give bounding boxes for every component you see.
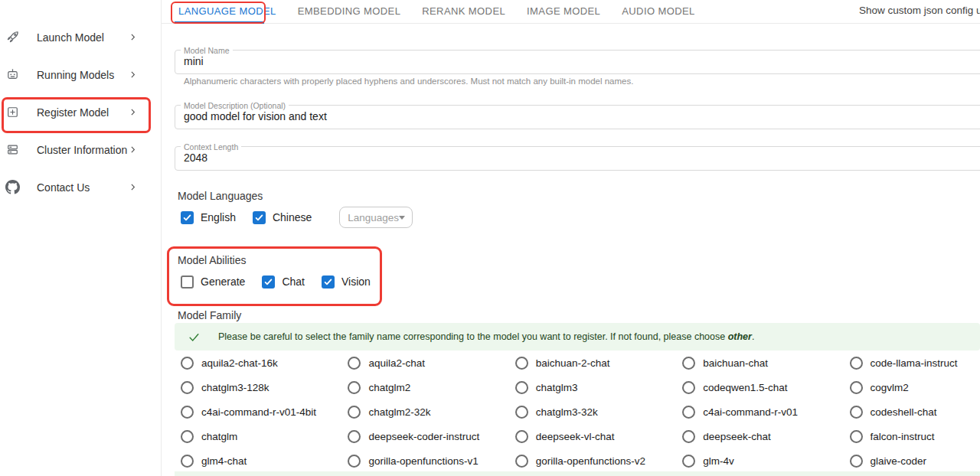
model-name-helper-text: Alphanumeric characters with properly pl… — [184, 77, 633, 86]
radio-aquila2-chat-16k[interactable]: aquila2-chat-16k — [175, 350, 341, 375]
model-abilities-section-label: Model Abilities — [178, 254, 247, 266]
radio-icon — [348, 381, 361, 394]
radio-gorilla-openfunctions-v1[interactable]: gorilla-openfunctions-v1 — [341, 448, 508, 473]
checkbox-checked-icon — [253, 211, 266, 224]
model-family-alert: Please be careful to select the family n… — [175, 323, 980, 350]
tab-rerank-model[interactable]: RERANK MODEL — [411, 0, 516, 23]
radio-icon — [181, 357, 194, 370]
radio-icon — [682, 357, 695, 370]
radio-glaive-coder[interactable]: glaive-coder — [844, 448, 980, 473]
model-description-input[interactable]: Model Description (Optional) good model … — [175, 105, 980, 129]
model-name-value: mini — [184, 51, 204, 72]
robot-icon — [5, 67, 20, 82]
checkbox-checked-icon — [181, 211, 194, 224]
radio-chatglm3[interactable]: chatglm3 — [509, 375, 676, 399]
checkbox-checked-icon — [322, 275, 335, 289]
sidebar-item-label: Register Model — [37, 106, 128, 119]
radio-codeshell-chat[interactable]: codeshell-chat — [844, 399, 980, 424]
radio-glm4-chat[interactable]: glm4-chat — [175, 448, 341, 473]
cluster-icon — [5, 142, 20, 157]
radio-glm-4v[interactable]: glm-4v — [676, 448, 843, 473]
radio-chatglm2-32k[interactable]: chatglm2-32k — [341, 399, 508, 424]
languages-select[interactable]: Languages — [339, 207, 413, 228]
model-name-input[interactable]: Model Name mini — [175, 50, 980, 74]
sidebar-item-label: Running Models — [37, 69, 128, 81]
check-icon — [188, 331, 201, 344]
active-tab-indicator — [175, 21, 264, 24]
model-languages-row: English Chinese Languages — [181, 207, 413, 228]
radio-icon — [515, 381, 528, 394]
sidebar-nav: Launch Model Running Models — [0, 18, 161, 206]
clipped-green-strip — [175, 471, 980, 476]
radio-icon — [181, 381, 194, 394]
radio-chatglm3-128k[interactable]: chatglm3-128k — [175, 375, 341, 399]
radio-chatglm2[interactable]: chatglm2 — [341, 375, 508, 399]
checkbox-unchecked-icon — [181, 275, 194, 289]
rocket-icon — [5, 30, 20, 44]
checkbox-chat[interactable]: Chat — [262, 275, 305, 289]
chevron-right-icon — [128, 182, 138, 192]
radio-icon — [181, 455, 194, 468]
radio-c4ai-command-r-v01[interactable]: c4ai-command-r-v01 — [676, 399, 843, 424]
chevron-right-icon — [128, 70, 138, 80]
radio-deepseek-vl-chat[interactable]: deepseek-vl-chat — [509, 424, 676, 448]
checkbox-checked-icon — [262, 275, 275, 289]
sidebar-item-register-model[interactable]: Register Model — [0, 93, 161, 131]
chevron-right-icon — [128, 107, 138, 117]
radio-codeqwen1-5-chat[interactable]: codeqwen1.5-chat — [676, 375, 843, 399]
radio-icon — [682, 455, 695, 468]
radio-icon — [515, 430, 528, 443]
chevron-right-icon — [128, 32, 138, 42]
alert-text: Please be careful to select the family n… — [218, 331, 754, 342]
checkbox-chinese[interactable]: Chinese — [253, 211, 312, 224]
model-family-options: aquila2-chat-16k aquila2-chat baichuan-2… — [175, 350, 980, 473]
radio-icon — [850, 430, 863, 443]
checkbox-generate[interactable]: Generate — [181, 275, 245, 289]
tab-audio-model[interactable]: AUDIO MODEL — [611, 0, 705, 23]
context-length-input[interactable]: Context Length 2048 — [175, 146, 980, 171]
radio-baichuan-2-chat[interactable]: baichuan-2-chat — [509, 350, 676, 375]
radio-deepseek-chat[interactable]: deepseek-chat — [676, 424, 843, 448]
radio-falcon-instruct[interactable]: falcon-instruct — [844, 424, 980, 448]
sidebar-item-running-models[interactable]: Running Models — [0, 56, 161, 93]
model-family-section-label: Model Family — [178, 309, 241, 321]
tabs-divider — [162, 23, 980, 24]
radio-icon — [682, 430, 695, 443]
radio-icon — [348, 406, 361, 419]
radio-icon — [515, 406, 528, 419]
tab-image-model[interactable]: IMAGE MODEL — [516, 0, 611, 23]
sidebar-item-label: Contact Us — [37, 181, 128, 194]
radio-c4ai-command-r-v01-4bit[interactable]: c4ai-command-r-v01-4bit — [175, 399, 341, 424]
chevron-right-icon — [128, 145, 138, 155]
tab-language-model[interactable]: LANGUAGE MODEL — [168, 0, 287, 23]
radio-chatglm3-32k[interactable]: chatglm3-32k — [509, 399, 676, 424]
model-abilities-row: Generate Chat Vision — [181, 271, 387, 292]
register-model-page: Launch Model Running Models — [0, 0, 980, 476]
model-type-tabs: LANGUAGE MODEL EMBEDDING MODEL RERANK MO… — [168, 0, 706, 23]
plus-square-icon — [5, 105, 20, 119]
radio-icon — [850, 406, 863, 419]
radio-icon — [348, 357, 361, 370]
radio-code-llama-instruct[interactable]: code-llama-instruct — [844, 350, 980, 375]
sidebar-item-contact-us[interactable]: Contact Us — [0, 168, 161, 206]
context-length-value: 2048 — [184, 147, 207, 168]
dropdown-caret-icon — [399, 216, 405, 220]
radio-chatglm[interactable]: chatglm — [175, 424, 341, 448]
sidebar-item-cluster-information[interactable]: Cluster Information — [0, 131, 161, 168]
sidebar: Launch Model Running Models — [0, 0, 162, 476]
model-languages-section-label: Model Languages — [178, 190, 263, 202]
radio-cogvlm2[interactable]: cogvlm2 — [844, 375, 980, 399]
tab-embedding-model[interactable]: EMBEDDING MODEL — [287, 0, 412, 23]
radio-icon — [181, 406, 194, 419]
sidebar-item-launch-model[interactable]: Launch Model — [0, 18, 161, 56]
radio-aquila2-chat[interactable]: aquila2-chat — [341, 350, 508, 375]
checkbox-vision[interactable]: Vision — [322, 275, 371, 289]
checkbox-english[interactable]: English — [181, 211, 236, 224]
radio-icon — [682, 381, 695, 394]
radio-icon — [850, 381, 863, 394]
sidebar-item-label: Launch Model — [37, 31, 128, 44]
radio-deepseek-coder-instruct[interactable]: deepseek-coder-instruct — [341, 424, 508, 448]
radio-baichuan-chat[interactable]: baichuan-chat — [676, 350, 843, 375]
radio-gorilla-openfunctions-v2[interactable]: gorilla-openfunctions-v2 — [509, 448, 676, 473]
show-json-config-button[interactable]: Show custom json config used b — [859, 5, 980, 16]
